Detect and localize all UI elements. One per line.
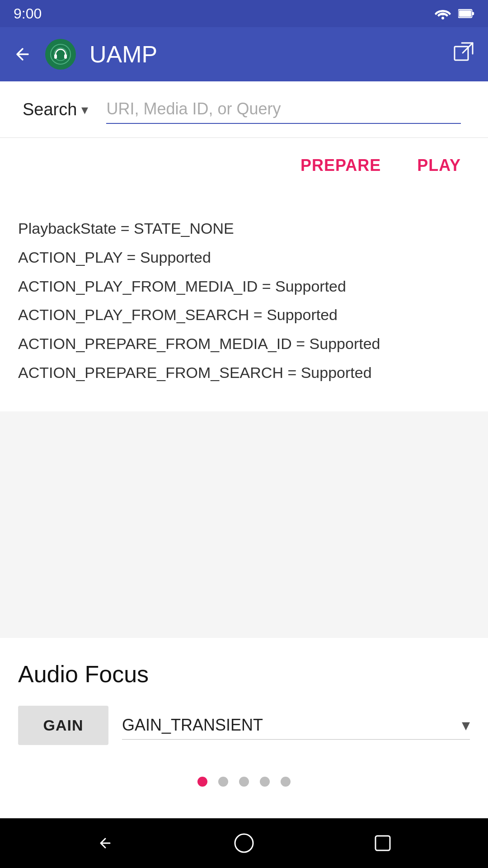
chevron-down-icon: ▾ — [81, 102, 88, 118]
svg-rect-3 — [472, 12, 474, 15]
audio-focus-title: Audio Focus — [18, 660, 470, 688]
back-button[interactable] — [14, 45, 32, 63]
wifi-icon — [435, 7, 451, 20]
search-type-dropdown[interactable]: Search ▾ — [18, 95, 97, 124]
svg-point-11 — [235, 834, 253, 852]
search-row: Search ▾ — [0, 81, 488, 138]
gain-type-dropdown[interactable]: GAIN_TRANSIENT ▾ — [122, 711, 470, 740]
status-icons — [435, 7, 474, 20]
gain-chevron-down-icon: ▾ — [462, 716, 470, 735]
page-indicator-5[interactable] — [281, 777, 291, 787]
svg-rect-12 — [375, 836, 390, 850]
content-spacer — [0, 411, 488, 638]
app-title: UAMP — [89, 41, 439, 68]
svg-point-0 — [441, 17, 444, 19]
nav-back-button[interactable] — [92, 830, 119, 857]
search-input[interactable] — [106, 95, 461, 124]
status-bar: 9:00 — [0, 0, 488, 27]
bottom-section: Audio Focus GAIN GAIN_TRANSIENT ▾ — [0, 638, 488, 818]
search-dropdown-label: Search — [23, 100, 77, 119]
status-time: 9:00 — [14, 5, 42, 22]
svg-rect-8 — [64, 54, 67, 59]
page-indicator-1[interactable] — [197, 777, 207, 787]
gain-dropdown-value: GAIN_TRANSIENT — [122, 716, 462, 735]
status-line: ACTION_PLAY = Supported — [18, 245, 470, 271]
nav-home-button[interactable] — [230, 830, 258, 857]
svg-rect-7 — [54, 54, 57, 59]
action-row: PREPARE PLAY — [0, 138, 488, 193]
status-line: ACTION_PREPARE_FROM_MEDIA_ID = Supported — [18, 331, 470, 357]
page-indicator-2[interactable] — [218, 777, 228, 787]
search-input-wrapper — [97, 95, 470, 124]
nav-bar — [0, 818, 488, 868]
status-line: ACTION_PREPARE_FROM_SEARCH = Supported — [18, 360, 470, 386]
status-line: ACTION_PLAY_FROM_SEARCH = Supported — [18, 302, 470, 328]
main-content: Search ▾ PREPARE PLAY PlaybackState = ST… — [0, 81, 488, 818]
battery-icon — [458, 8, 474, 19]
audio-focus-controls: GAIN GAIN_TRANSIENT ▾ — [18, 706, 470, 745]
prepare-button[interactable]: PREPARE — [300, 156, 381, 175]
page-indicator-3[interactable] — [239, 777, 249, 787]
status-line: PlaybackState = STATE_NONE — [18, 216, 470, 242]
app-logo — [45, 39, 76, 70]
page-indicator-4[interactable] — [260, 777, 270, 787]
app-bar: UAMP — [0, 27, 488, 81]
status-line: ACTION_PLAY_FROM_MEDIA_ID = Supported — [18, 274, 470, 300]
external-link-button[interactable] — [453, 41, 474, 67]
svg-rect-2 — [459, 10, 471, 17]
status-info: PlaybackState = STATE_NONEACTION_PLAY = … — [0, 193, 488, 411]
gain-button[interactable]: GAIN — [18, 706, 108, 745]
play-button[interactable]: PLAY — [417, 156, 461, 175]
page-indicators — [18, 768, 470, 805]
nav-recents-button[interactable] — [369, 830, 396, 857]
svg-point-4 — [49, 42, 72, 66]
